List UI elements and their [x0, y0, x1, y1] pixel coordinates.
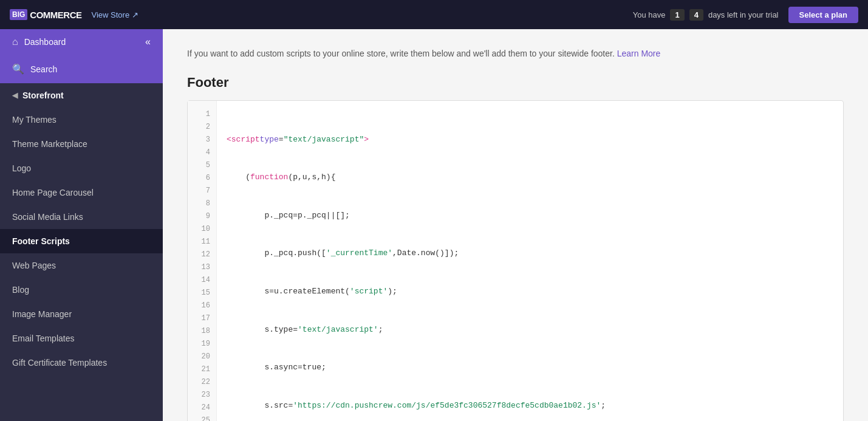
dashboard-label: Dashboard [24, 37, 66, 47]
sidebar-item-footer-scripts[interactable]: Footer Scripts [0, 229, 163, 253]
code-content[interactable]: <script type="text/javascript"> (functio… [217, 101, 843, 421]
line-numbers: 12345 678910 1112131415 1617181920 21222… [188, 101, 217, 421]
top-bar: BIG COMMERCE View Store ↗ You have 1 4 d… [0, 0, 868, 29]
view-store-link[interactable]: View Store ↗ [92, 10, 139, 19]
select-plan-button[interactable]: Select a plan [788, 7, 858, 23]
image-manager-label: Image Manager [12, 309, 72, 319]
sidebar-item-blog[interactable]: Blog [0, 278, 163, 302]
search-item[interactable]: 🔍 Search [0, 55, 163, 83]
home-page-carousel-label: Home Page Carousel [12, 188, 94, 197]
sidebar-item-gift-certificate-templates[interactable]: Gift Certificate Templates [0, 351, 163, 375]
collapse-icon[interactable]: « [145, 36, 151, 47]
logo-text: COMMERCE [30, 10, 81, 20]
storefront-label: Storefront [22, 91, 64, 100]
search-label: Search [30, 64, 57, 74]
theme-marketplace-label: Theme Marketplace [12, 139, 87, 149]
logo: BIG COMMERCE [10, 9, 82, 20]
home-icon: ⌂ [12, 36, 18, 47]
sidebar-item-image-manager[interactable]: Image Manager [0, 302, 163, 326]
sidebar-top: ⌂ Dashboard « 🔍 Search [0, 29, 163, 83]
gift-certificate-templates-label: Gift Certificate Templates [12, 358, 107, 368]
my-themes-label: My Themes [12, 115, 56, 125]
sidebar-top-actions: ⌂ Dashboard « [0, 29, 163, 55]
trial-num1: 1 [670, 9, 684, 21]
sidebar: ⌂ Dashboard « 🔍 Search ◀ Storefront My T… [0, 29, 163, 421]
sidebar-item-social-media-links[interactable]: Social Media Links [0, 205, 163, 229]
code-line-6: s.type='text/javascript'; [227, 324, 833, 337]
blog-label: Blog [12, 285, 29, 295]
sidebar-item-home-page-carousel[interactable]: Home Page Carousel [0, 180, 163, 205]
web-pages-label: Web Pages [12, 261, 56, 270]
code-line-4: p._pcq.push(['_currentTime',Date.now()])… [227, 247, 833, 260]
code-line-2: (function(p,u,s,h){ [227, 171, 833, 184]
external-link-icon: ↗ [132, 10, 138, 19]
logo-big: BIG [10, 9, 27, 20]
sidebar-item-logo[interactable]: Logo [0, 156, 163, 180]
sidebar-item-web-pages[interactable]: Web Pages [0, 253, 163, 278]
storefront-section[interactable]: ◀ Storefront [0, 83, 163, 108]
social-media-links-label: Social Media Links [12, 212, 83, 222]
sidebar-item-email-templates[interactable]: Email Templates [0, 326, 163, 351]
storefront-arrow: ◀ [12, 91, 18, 100]
footer-scripts-label: Footer Scripts [12, 236, 70, 246]
code-line-3: p._pcq=p._pcq||[]; [227, 210, 833, 222]
sidebar-item-my-themes[interactable]: My Themes [0, 108, 163, 132]
layout: ⌂ Dashboard « 🔍 Search ◀ Storefront My T… [0, 29, 868, 421]
trial-text-before: You have [633, 10, 666, 19]
trial-text-after: days left in your trial [708, 10, 779, 19]
code-line-1: <script type="text/javascript"> [227, 134, 833, 146]
sidebar-item-theme-marketplace[interactable]: Theme Marketplace [0, 132, 163, 156]
logo-label: Logo [12, 163, 31, 173]
trial-info: You have 1 4 days left in your trial Sel… [633, 7, 858, 23]
code-editor[interactable]: 12345 678910 1112131415 1617181920 21222… [187, 100, 844, 421]
search-icon: 🔍 [12, 63, 24, 75]
info-text: If you want to add custom scripts to you… [187, 47, 844, 60]
section-title: Footer [187, 75, 844, 91]
code-line-7: s.async=true; [227, 361, 833, 374]
trial-num2: 4 [689, 9, 703, 21]
top-bar-left: BIG COMMERCE View Store ↗ [10, 9, 138, 20]
code-line-8: s.src='https://cdn.pushcrew.com/js/ef5de… [227, 400, 833, 412]
code-line-5: s=u.createElement('script'); [227, 286, 833, 298]
dashboard-item[interactable]: ⌂ Dashboard [12, 36, 66, 47]
email-templates-label: Email Templates [12, 334, 74, 343]
learn-more-link[interactable]: Learn More [617, 49, 661, 58]
main-content: If you want to add custom scripts to you… [163, 29, 868, 421]
